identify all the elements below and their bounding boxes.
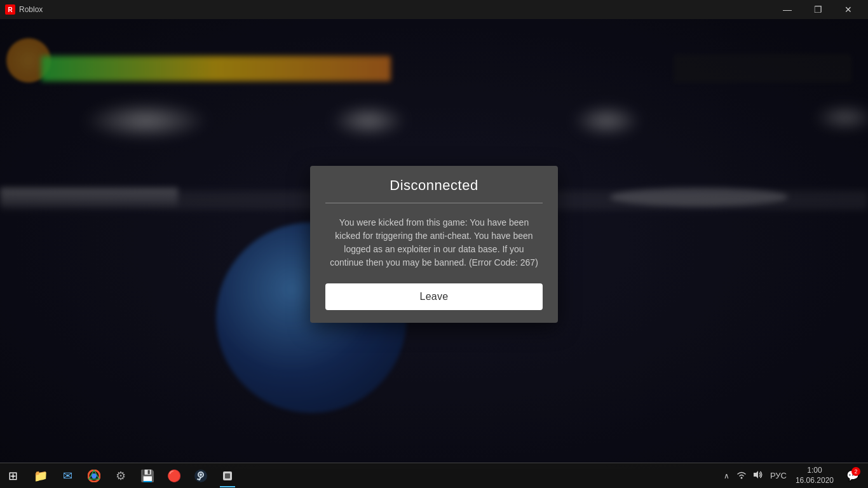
dialog-header: Disconnected [310, 166, 558, 203]
window-controls: — ❐ ✕ [773, 0, 863, 19]
leave-button[interactable]: Leave [325, 283, 543, 310]
maximize-button[interactable]: ❐ [803, 0, 832, 19]
titlebar-left: R Roblox [5, 4, 43, 15]
chrome-icon [88, 470, 100, 482]
red-app-icon: 🔴 [167, 469, 181, 483]
volume-tray-icon[interactable] [751, 469, 765, 482]
tray-icons [735, 469, 765, 482]
system-tray: ∧ РУС 1:00 16.06.2020 [719, 463, 868, 488]
svg-point-4 [200, 473, 202, 476]
app-icon: R [5, 4, 15, 15]
notification-center[interactable]: 💬 2 [843, 463, 863, 489]
folder-icon: 📁 [34, 469, 48, 483]
floppy-icon: 💾 [140, 469, 154, 483]
svg-rect-8 [225, 473, 230, 478]
close-button[interactable]: ✕ [834, 0, 863, 19]
clock-time: 1:00 [796, 466, 834, 476]
windows-icon: ⊞ [8, 469, 18, 483]
mail-icon: ✉ [63, 469, 72, 483]
start-button[interactable]: ⊞ [0, 463, 25, 489]
disconnected-dialog: Disconnected You were kicked from this g… [310, 166, 558, 323]
dialog-footer: Leave [310, 283, 558, 323]
taskbar-settings[interactable]: ⚙ [108, 463, 133, 489]
roblox-icon [221, 470, 234, 482]
taskbar-chrome[interactable] [81, 463, 107, 489]
svg-marker-10 [754, 471, 758, 478]
dialog-body: You were kicked from this game: You have… [310, 203, 558, 283]
game-background: Disconnected You were kicked from this g… [0, 19, 868, 469]
minimize-button[interactable]: — [773, 0, 802, 19]
language-indicator[interactable]: РУС [770, 471, 787, 480]
network-icon [736, 470, 747, 479]
notification-badge: 2 [851, 467, 860, 476]
network-tray-icon[interactable] [735, 469, 749, 482]
modal-overlay: Disconnected You were kicked from this g… [0, 19, 868, 469]
svg-line-6 [198, 479, 200, 480]
system-clock[interactable]: 1:00 16.06.2020 [792, 464, 837, 487]
steam-icon [194, 469, 208, 483]
taskbar-icons: 📁 ✉ ⚙ 💾 🔴 [25, 463, 719, 489]
volume-icon [753, 470, 763, 479]
taskbar-roblox[interactable] [215, 463, 240, 489]
taskbar-floppy[interactable]: 💾 [135, 463, 160, 489]
taskbar-file-explorer[interactable]: 📁 [28, 463, 53, 489]
window-title: Roblox [19, 5, 43, 14]
svg-point-9 [740, 477, 742, 479]
taskbar-red-app[interactable]: 🔴 [161, 463, 187, 489]
taskbar: ⊞ 📁 ✉ ⚙ 💾 🔴 [0, 463, 868, 488]
tray-expand-icon[interactable]: ∧ [724, 471, 729, 480]
clock-date: 16.06.2020 [796, 476, 834, 486]
dialog-title: Disconnected [325, 177, 543, 194]
taskbar-steam[interactable] [188, 463, 214, 489]
title-bar: R Roblox — ❐ ✕ [0, 0, 868, 19]
taskbar-mail[interactable]: ✉ [55, 463, 80, 489]
settings-icon: ⚙ [116, 469, 126, 483]
